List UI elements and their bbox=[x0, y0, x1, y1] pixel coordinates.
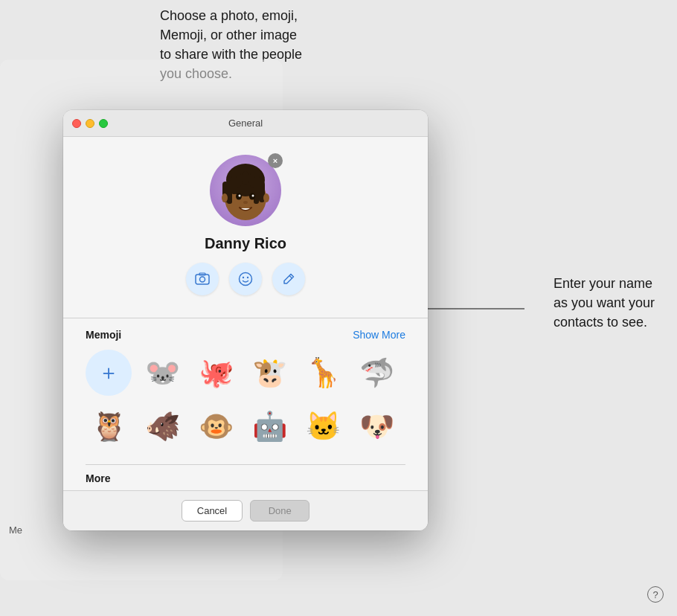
memoji-mouse[interactable]: 🐭 bbox=[139, 350, 185, 396]
svg-line-27 bbox=[289, 276, 292, 279]
svg-point-18 bbox=[243, 201, 248, 204]
svg-point-17 bbox=[252, 195, 254, 197]
emoji-icon bbox=[238, 272, 253, 286]
show-more-button[interactable]: Show More bbox=[353, 329, 405, 341]
more-section: More bbox=[86, 464, 405, 484]
emoji-grid-row2: 🦉 🐗 🐵 🤖 🐱 🐶 bbox=[86, 403, 405, 449]
memoji-giraffe[interactable]: 🦒 bbox=[300, 350, 346, 396]
right-annotation: Enter your name as you want your contact… bbox=[554, 274, 655, 332]
memoji-boar[interactable]: 🐗 bbox=[139, 403, 185, 449]
maximize-button[interactable] bbox=[99, 119, 108, 128]
svg-point-19 bbox=[222, 193, 228, 202]
edit-button[interactable] bbox=[272, 263, 305, 295]
memoji-robot[interactable]: 🤖 bbox=[246, 403, 292, 449]
help-button[interactable]: ? bbox=[647, 586, 664, 603]
svg-point-24 bbox=[240, 273, 252, 286]
memoji-section: Memoji Show More ＋ 🐭 🐙 🐮 🦒 🦈 🦉 🐗 🐵 🤖 🐱 🐶 bbox=[86, 318, 405, 464]
pencil-icon bbox=[282, 272, 295, 286]
memoji-header: Memoji Show More bbox=[86, 329, 405, 341]
svg-rect-6 bbox=[227, 180, 232, 204]
svg-point-16 bbox=[239, 195, 241, 197]
svg-point-22 bbox=[200, 277, 205, 282]
photo-icon bbox=[195, 272, 210, 286]
avatar-container: × bbox=[210, 155, 281, 226]
dialog-content: × Danny Rico bbox=[63, 137, 428, 484]
action-buttons bbox=[186, 263, 305, 295]
svg-rect-21 bbox=[196, 275, 209, 284]
svg-rect-13 bbox=[242, 171, 249, 185]
traffic-lights bbox=[72, 119, 108, 128]
memoji-octopus[interactable]: 🐙 bbox=[193, 350, 239, 396]
done-button[interactable]: Done bbox=[250, 500, 309, 522]
user-name: Danny Rico bbox=[205, 235, 286, 252]
close-button[interactable] bbox=[72, 119, 81, 128]
svg-point-26 bbox=[247, 277, 248, 278]
memoji-owl[interactable]: 🦉 bbox=[86, 403, 132, 449]
svg-rect-11 bbox=[237, 173, 241, 187]
window-title: General bbox=[228, 118, 263, 129]
memoji-shark[interactable]: 🦈 bbox=[353, 350, 400, 396]
svg-rect-12 bbox=[250, 173, 254, 187]
photo-button[interactable] bbox=[186, 263, 219, 295]
memoji-monkey[interactable]: 🐵 bbox=[193, 403, 239, 449]
memoji-cow[interactable]: 🐮 bbox=[246, 350, 292, 396]
emoji-grid-row1: ＋ 🐭 🐙 🐮 🦒 🦈 bbox=[86, 350, 405, 396]
dialog-footer: Cancel Done bbox=[63, 490, 428, 530]
memoji-svg bbox=[212, 159, 279, 226]
me-label: Me bbox=[9, 524, 22, 536]
svg-rect-10 bbox=[254, 176, 260, 194]
titlebar: General bbox=[63, 110, 428, 137]
add-memoji-button[interactable]: ＋ bbox=[86, 350, 132, 396]
more-label: More bbox=[86, 472, 405, 484]
emoji-button[interactable] bbox=[229, 263, 262, 295]
memoji-label: Memoji bbox=[86, 329, 121, 341]
memoji-cat[interactable]: 🐱 bbox=[300, 403, 346, 449]
avatar-section: × Danny Rico bbox=[86, 155, 405, 310]
svg-point-25 bbox=[243, 277, 244, 278]
minimize-button[interactable] bbox=[86, 119, 94, 128]
memoji-dog[interactable]: 🐶 bbox=[353, 403, 400, 449]
avatar-close-button[interactable]: × bbox=[268, 153, 283, 168]
cancel-button[interactable]: Cancel bbox=[182, 500, 243, 522]
main-dialog: General bbox=[63, 110, 428, 530]
svg-rect-9 bbox=[231, 176, 237, 194]
svg-point-20 bbox=[263, 193, 269, 202]
